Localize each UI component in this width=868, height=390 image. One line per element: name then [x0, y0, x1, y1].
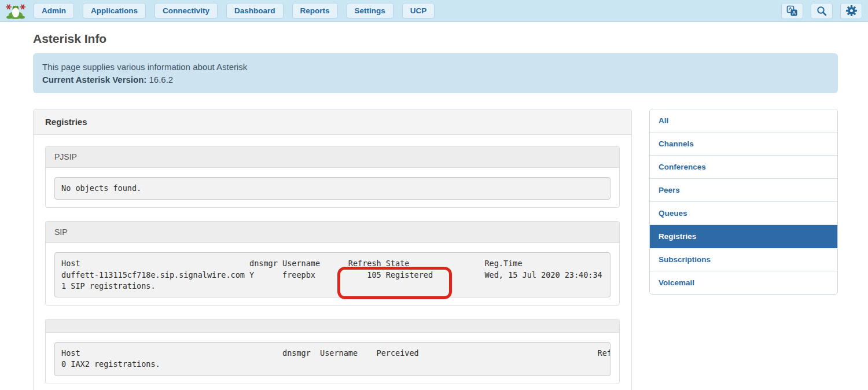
pjsip-registry-output: No objects found. — [54, 177, 610, 200]
freepbx-frog-logo[interactable] — [3, 2, 28, 20]
version-label: Current Asterisk Version: — [42, 75, 146, 84]
search-icon — [816, 5, 827, 17]
menu-item-reports[interactable]: Reports — [292, 3, 338, 19]
sip-section: SIP Host dnsmgr Username Refresh State R… — [45, 221, 620, 306]
frog-logo-graphic — [5, 2, 27, 20]
banner-description: This page supplies various information a… — [42, 61, 829, 73]
registries-panel: Registries PJSIP No objects found. SIP H… — [33, 109, 632, 390]
menu-item-ucp[interactable]: UCP — [402, 3, 435, 19]
gear-icon — [845, 5, 858, 17]
menu-item-admin[interactable]: Admin — [34, 3, 74, 19]
sip-registry-output: Host dnsmgr Username Refresh State Reg.T… — [54, 252, 610, 297]
menu-item-settings[interactable]: Settings — [347, 3, 393, 19]
sidebar-item-all[interactable]: All — [650, 109, 837, 133]
menu-item-applications[interactable]: Applications — [83, 3, 146, 19]
pjsip-section: PJSIP No objects found. — [45, 146, 620, 208]
main-row: Registries PJSIP No objects found. SIP H… — [33, 109, 838, 390]
sip-section-label: SIP — [46, 222, 619, 243]
page-title: Asterisk Info — [33, 32, 838, 46]
iax2-registry-output: Host dnsmgr Username Perceived Refresh S… — [54, 342, 610, 376]
language-icon: A — [786, 5, 798, 17]
top-navbar: Admin Applications Connectivity Dashboar… — [0, 0, 868, 22]
version-value: 16.6.2 — [146, 75, 173, 84]
asterisk-info-banner: This page supplies various information a… — [33, 53, 838, 93]
settings-button[interactable] — [840, 3, 862, 19]
sidebar-item-registries[interactable]: Registries — [650, 225, 837, 248]
sidebar-item-conferences[interactable]: Conferences — [650, 156, 837, 179]
sidebar-item-subscriptions[interactable]: Subscriptions — [650, 248, 837, 271]
svg-text:A: A — [792, 10, 796, 16]
page-content: Asterisk Info This page supplies various… — [0, 22, 868, 390]
sidebar-item-channels[interactable]: Channels — [650, 133, 837, 156]
sidebar-item-queues[interactable]: Queues — [650, 202, 837, 225]
registries-panel-body: PJSIP No objects found. SIP Host dnsmgr … — [34, 135, 631, 390]
sidebar-item-peers[interactable]: Peers — [650, 179, 837, 202]
main-menu: Admin Applications Connectivity Dashboar… — [34, 3, 435, 19]
pjsip-section-label: PJSIP — [46, 146, 619, 168]
menu-item-dashboard[interactable]: Dashboard — [226, 3, 284, 19]
search-button[interactable] — [811, 3, 833, 19]
info-category-list: All Channels Conferences Peers Queues Re… — [649, 109, 838, 295]
menu-item-connectivity[interactable]: Connectivity — [155, 3, 218, 19]
iax2-section: Host dnsmgr Username Perceived Refresh S… — [45, 319, 620, 384]
navbar-actions: A — [781, 3, 862, 19]
sidebar-item-voicemail[interactable]: Voicemail — [650, 271, 837, 294]
iax2-section-label — [46, 319, 619, 333]
language-button[interactable]: A — [781, 3, 803, 19]
banner-version-line: Current Asterisk Version: 16.6.2 — [42, 73, 829, 86]
registries-panel-title: Registries — [34, 109, 631, 135]
